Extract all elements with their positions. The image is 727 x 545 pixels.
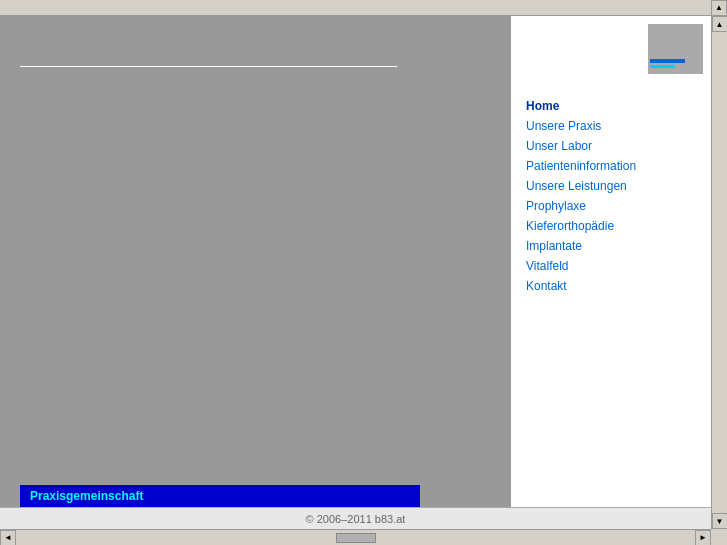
navigation: Home Unsere Praxis Unser Labor Patienten… (526, 96, 696, 296)
nav-item-implantate[interactable]: Implantate (526, 236, 696, 256)
scrollbar-top: ▲ (0, 0, 727, 16)
logo-area (648, 24, 703, 74)
browser-content: Praxisgemeinschaft Dr.med.univ. Klaus un… (0, 16, 711, 529)
scroll-up-btn[interactable]: ▲ (712, 16, 728, 32)
nav-item-unsere-praxis[interactable]: Unsere Praxis (526, 116, 696, 136)
scroll-left-btn[interactable]: ◄ (0, 530, 16, 546)
logo-cyan-bar (650, 65, 675, 68)
scrollbar-bottom: ◄ ► (0, 529, 711, 545)
scroll-top-btn[interactable]: ▲ (711, 0, 727, 16)
scroll-track-bottom (16, 530, 695, 545)
scroll-right-btn[interactable]: ► (695, 530, 711, 546)
nav-item-vitalfeld[interactable]: Vitalfeld (526, 256, 696, 276)
nav-item-kontakt[interactable]: Kontakt (526, 276, 696, 296)
nav-item-kieferorthopaedie[interactable]: Kieferorthopädie (526, 216, 696, 236)
nav-item-unser-labor[interactable]: Unser Labor (526, 136, 696, 156)
praxis-bar: Praxisgemeinschaft (20, 485, 420, 507)
right-panel: Home Unsere Praxis Unser Labor Patienten… (511, 16, 711, 529)
scroll-down-btn[interactable]: ▼ (712, 513, 728, 529)
nav-item-prophylaxe[interactable]: Prophylaxe (526, 196, 696, 216)
nav-item-patienteninformation[interactable]: Patienteninformation (526, 156, 696, 176)
logo-blue-bar (650, 59, 685, 63)
copyright-text: © 2006–2011 b83.at (306, 513, 406, 525)
scrollbar-right: ▲ ▼ (711, 16, 727, 529)
scrollbar-corner (711, 529, 727, 545)
scroll-track-right (712, 32, 727, 513)
praxis-label: Praxisgemeinschaft (30, 489, 143, 503)
header-line (20, 66, 397, 67)
footer: © 2006–2011 b83.at (0, 507, 711, 529)
content-area (20, 87, 491, 485)
left-panel: Praxisgemeinschaft Dr.med.univ. Klaus un… (0, 16, 511, 529)
nav-item-home[interactable]: Home (526, 96, 696, 116)
scroll-thumb-horizontal[interactable] (336, 533, 376, 543)
nav-item-unsere-leistungen[interactable]: Unsere Leistungen (526, 176, 696, 196)
main-wrapper: Praxisgemeinschaft Dr.med.univ. Klaus un… (0, 16, 711, 529)
